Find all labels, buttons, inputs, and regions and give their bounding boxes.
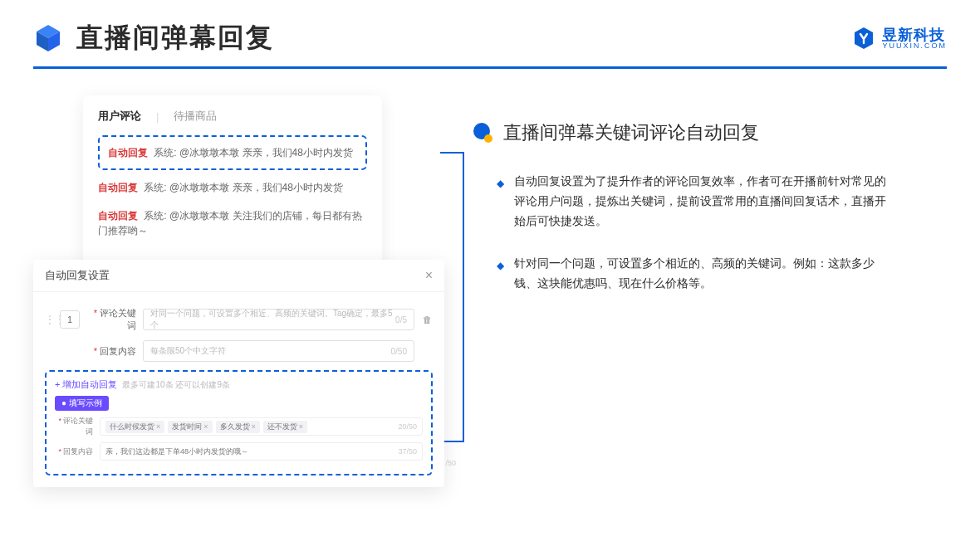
comment-tabs: 用户评论 | 待播商品	[98, 109, 367, 124]
keyword-label: 评论关键词	[100, 308, 136, 330]
settings-header: 自动回复设置 ×	[33, 260, 444, 292]
order-number: 1	[60, 310, 80, 329]
comment-text: 系统: @冰墩墩本墩 亲亲，我们48小时内发货	[154, 147, 353, 158]
form-row-keyword: ⋮⋮ 1 *评论关键词 对同一个问题，可设置多个相近、高频的关键词。Tag确定，…	[45, 307, 433, 332]
brand-mark-icon	[852, 27, 875, 50]
ex-reply-text: 亲，我们这边都是下单48小时内发货的哦～	[105, 446, 248, 457]
cube-icon	[33, 23, 63, 53]
ghost-counter: /50	[445, 459, 456, 467]
reply-input[interactable]: 每条限50个中文字符 0/50	[143, 340, 414, 362]
diamond-bullet-icon: ◆	[497, 175, 504, 231]
keyword-chip[interactable]: 还不发货×	[263, 421, 307, 433]
brand-logo: 昱新科技 YUUXIN.COM	[852, 27, 947, 50]
keyword-chip[interactable]: 发货时间×	[168, 421, 212, 433]
close-icon[interactable]: ×	[425, 268, 433, 283]
example-keyword-row: *评论关键词 什么时候发货× 发货时间× 多久发货× 还不发货× 20/50	[55, 416, 423, 437]
svg-point-4	[484, 134, 492, 143]
keyword-chip[interactable]: 什么时候发货×	[105, 421, 164, 433]
tab-pending-products[interactable]: 待播商品	[174, 109, 217, 124]
auto-reply-tag: 自动回复	[98, 210, 138, 222]
bullet-text: 针对同一个问题，可设置多个相近的、高频的关键词。例如：这款多少钱、这块能优惠吗、…	[514, 254, 896, 294]
chat-bubble-icon	[472, 122, 493, 144]
section-title: 直播间弹幕关键词评论自动回复	[503, 120, 759, 145]
brand-name-en: YUUXIN.COM	[882, 42, 947, 50]
ex-keyword-label: 评论关键词	[63, 417, 93, 436]
keyword-placeholder: 对同一个问题，可设置多个相近、高频的关键词。Tag确定，最多5个	[150, 308, 395, 331]
settings-title: 自动回复设置	[45, 268, 110, 283]
bullet-item: ◆ 自动回复设置为了提升作者的评论回复效率，作者可在开播前针对常见的评论用户问题…	[472, 172, 947, 231]
add-auto-reply-link[interactable]: + 增加自动回复 最多可建10条 还可以创建9条	[55, 378, 423, 391]
auto-reply-tag: 自动回复	[98, 182, 138, 193]
ex-reply-input[interactable]: 亲，我们这边都是下单48小时内发货的哦～ 37/50	[100, 442, 423, 461]
ex-keyword-input[interactable]: 什么时候发货× 发货时间× 多久发货× 还不发货× 20/50	[100, 417, 423, 436]
brand-name-cn: 昱新科技	[882, 27, 947, 42]
comment-text: 系统: @冰墩墩本墩 亲亲，我们48小时内发货	[144, 182, 343, 193]
bullet-item: ◆ 针对同一个问题，可设置多个相近的、高频的关键词。例如：这款多少钱、这块能优惠…	[472, 254, 947, 294]
settings-card: 自动回复设置 × ⋮⋮ 1 *评论关键词 对同一个问题，可设置多个相近、高频的关…	[33, 260, 444, 487]
bullet-text: 自动回复设置为了提升作者的评论回复效率，作者可在开播前针对常见的评论用户问题，提…	[514, 172, 896, 231]
example-section: + 增加自动回复 最多可建10条 还可以创建9条 ● 填写示例 *评论关键词 什…	[45, 370, 433, 475]
auto-reply-tag: 自动回复	[108, 147, 148, 158]
keyword-chip[interactable]: 多久发货×	[216, 421, 260, 433]
reply-counter: 0/50	[391, 347, 407, 356]
reply-label: 回复内容	[100, 346, 136, 356]
delete-icon[interactable]: 🗑	[421, 315, 433, 324]
page-title: 直播间弹幕回复	[76, 20, 274, 56]
reply-placeholder: 每条限50个中文字符	[150, 345, 226, 357]
tab-user-comments[interactable]: 用户评论	[98, 109, 141, 124]
right-column: 直播间弹幕关键词评论自动回复 ◆ 自动回复设置为了提升作者的评论回复效率，作者可…	[472, 95, 947, 487]
header-left: 直播间弹幕回复	[33, 20, 274, 56]
add-hint: 最多可建10条 还可以创建9条	[122, 379, 229, 391]
form-row-reply: *回复内容 每条限50个中文字符 0/50	[45, 340, 433, 362]
drag-handle-icon[interactable]: ⋮⋮	[45, 314, 53, 325]
tab-divider: |	[156, 110, 159, 123]
page-header: 直播间弹幕回复 昱新科技 YUUXIN.COM	[0, 0, 980, 66]
section-header: 直播间弹幕关键词评论自动回复	[472, 120, 947, 145]
ex-keyword-counter: 20/50	[398, 422, 417, 431]
ex-reply-counter: 37/50	[398, 447, 417, 456]
comment-row: 自动回复 系统: @冰墩墩本墩 关注我们的店铺，每日都有热门推荐哟～	[98, 202, 367, 245]
diamond-bullet-icon: ◆	[497, 257, 504, 294]
highlighted-comment: 自动回复 系统: @冰墩墩本墩 亲亲，我们48小时内发货	[98, 135, 367, 170]
left-column: 用户评论 | 待播商品 自动回复 系统: @冰墩墩本墩 亲亲，我们48小时内发货…	[33, 95, 448, 487]
keyword-input[interactable]: 对同一个问题，可设置多个相近、高频的关键词。Tag确定，最多5个 0/5	[143, 309, 414, 330]
example-reply-row: *回复内容 亲，我们这边都是下单48小时内发货的哦～ 37/50	[55, 442, 423, 461]
comment-card: 用户评论 | 待播商品 自动回复 系统: @冰墩墩本墩 亲亲，我们48小时内发货…	[83, 95, 382, 273]
ex-reply-label: 回复内容	[63, 447, 93, 456]
comment-row: 自动回复 系统: @冰墩墩本墩 亲亲，我们48小时内发货	[98, 173, 367, 202]
example-badge: ● 填写示例	[55, 396, 109, 411]
keyword-counter: 0/5	[395, 315, 407, 324]
